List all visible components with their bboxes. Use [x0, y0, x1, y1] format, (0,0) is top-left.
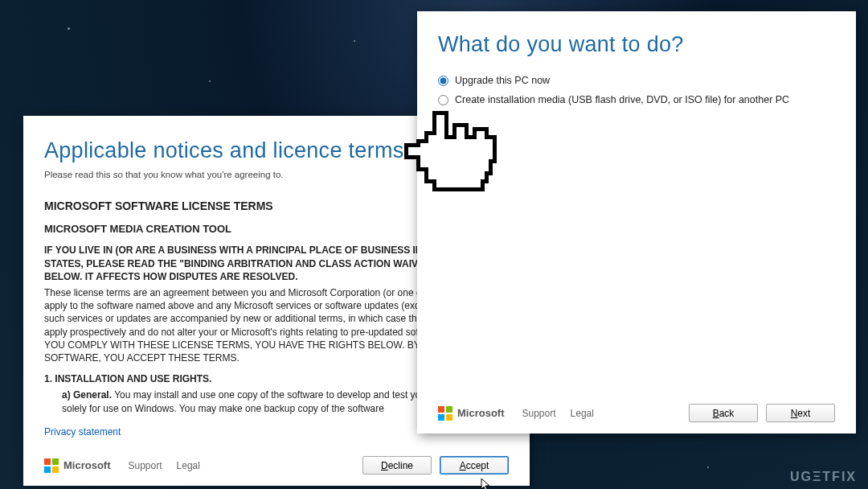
- support-link[interactable]: Support: [522, 408, 556, 419]
- support-link[interactable]: Support: [129, 460, 162, 471]
- brand-label: Microsoft: [457, 407, 505, 419]
- radio-create-media[interactable]: Create installation media (USB flash dri…: [438, 94, 835, 105]
- microsoft-logo-icon: [438, 406, 452, 421]
- choice-dialog: What do you want to do? Upgrade this PC …: [417, 11, 856, 434]
- license-footer: Microsoft Support Legal Decline Accept: [44, 456, 509, 475]
- radio-upgrade-now[interactable]: Upgrade this PC now: [438, 75, 835, 86]
- license-sec1a-label: a) General.: [62, 389, 112, 401]
- arrow-cursor-icon: [481, 478, 492, 489]
- privacy-statement-link[interactable]: Privacy statement: [44, 426, 121, 438]
- next-button[interactable]: Next: [766, 404, 835, 422]
- choice-footer: Microsoft Support Legal Back Next: [438, 404, 835, 422]
- radio-create-media-input[interactable]: [438, 95, 448, 105]
- radio-upgrade-now-label: Upgrade this PC now: [455, 75, 550, 86]
- accept-button-rest: ccept: [466, 460, 489, 471]
- back-button[interactable]: Back: [689, 404, 758, 422]
- radio-upgrade-now-input[interactable]: [438, 76, 448, 86]
- radio-create-media-label: Create installation media (USB flash dri…: [455, 94, 789, 105]
- hand-cursor-icon: [394, 109, 498, 213]
- choice-title: What do you want to do?: [438, 32, 835, 57]
- accept-button[interactable]: Accept: [440, 456, 509, 475]
- microsoft-logo-icon: [44, 458, 59, 473]
- legal-link[interactable]: Legal: [571, 408, 594, 419]
- legal-link[interactable]: Legal: [177, 460, 200, 471]
- watermark: UGΞTFIX: [790, 470, 857, 484]
- decline-button-rest: ecline: [388, 460, 413, 471]
- brand-label: Microsoft: [63, 459, 111, 471]
- decline-button[interactable]: Decline: [362, 456, 432, 475]
